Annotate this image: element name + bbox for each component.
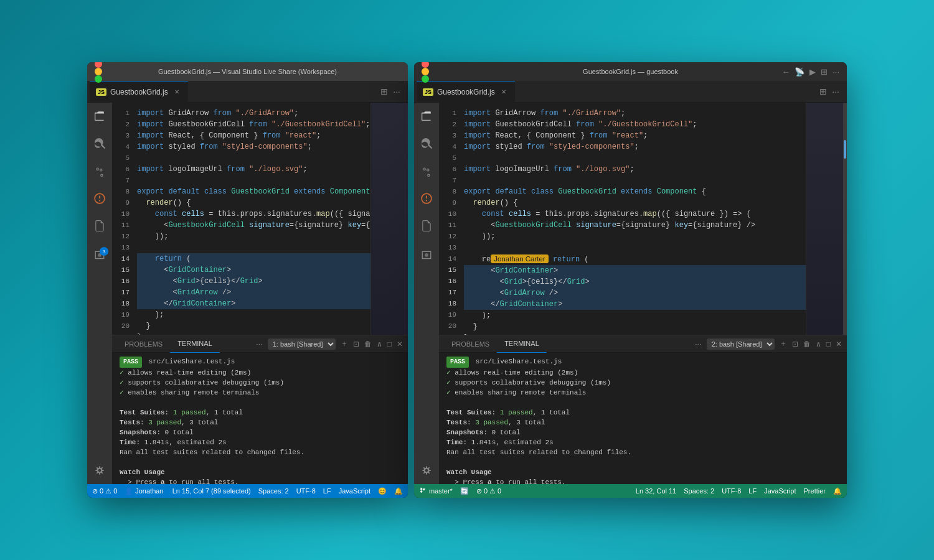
extensions-icon[interactable]: [91, 217, 108, 235]
settings-icon[interactable]: [91, 462, 108, 479]
right-panel-add[interactable]: ＋: [780, 338, 787, 349]
right-code-lines: import GridArrow from "./GridArrow"; imp…: [461, 103, 806, 335]
right-explorer-icon[interactable]: [418, 108, 435, 125]
right-language[interactable]: JavaScript: [764, 487, 796, 495]
left-code-area[interactable]: 1 2 3 4 5 6 7 8 9 10 11 12 13 14: [112, 103, 408, 335]
right-test-2-label: supports collaborative debugging (1ms): [455, 379, 611, 386]
right-panel-split[interactable]: ⊡: [792, 340, 798, 348]
right-code-area[interactable]: 1 2 3 4 5 6 7 8 9 10 11 12 13 14: [439, 103, 847, 335]
right-encoding[interactable]: UTF-8: [722, 487, 741, 495]
explorer-icon[interactable]: [91, 108, 108, 125]
source-control-icon[interactable]: [91, 162, 108, 180]
right-more-icon[interactable]: ···: [833, 67, 839, 77]
left-watch-usage-label: Watch Usage: [120, 469, 165, 476]
right-terminal-select[interactable]: 2: bash [Shared]: [707, 338, 775, 350]
right-panel-ellipsis[interactable]: ···: [695, 339, 702, 348]
left-editor-tab[interactable]: JS GuestbookGrid.js ✕: [90, 81, 188, 103]
right-sync-icon[interactable]: 🔄: [460, 487, 469, 495]
right-git-branch[interactable]: master*: [419, 487, 453, 495]
code-line-14: return (: [137, 253, 370, 264]
right-spaces[interactable]: Spaces: 2: [684, 487, 714, 495]
left-editor-content: 1 2 3 4 5 6 7 8 9 10 11 12 13 14: [112, 103, 408, 484]
right-more-tab-icon[interactable]: ···: [832, 86, 839, 96]
right-error-count[interactable]: ⊘ 0 ⚠ 0: [476, 487, 501, 495]
left-terminal-tab[interactable]: TERMINAL: [170, 335, 220, 353]
right-source-control-icon[interactable]: [418, 162, 435, 180]
right-code-line-21: }: [464, 332, 806, 335]
right-problems-tab[interactable]: PROBLEMS: [444, 335, 497, 353]
right-window: GuestbookGrid.js — guestbook ← 📡 ▶ ⊞ ···…: [414, 62, 847, 498]
left-panel-add[interactable]: ＋: [341, 338, 348, 349]
left-bell[interactable]: 🔔: [394, 487, 403, 495]
right-error-num: 0: [484, 487, 488, 495]
split-icon[interactable]: ⊞: [380, 86, 388, 96]
close-button-right[interactable]: [422, 62, 429, 68]
right-liveshare-icon[interactable]: [418, 247, 435, 264]
left-panel-split[interactable]: ⊡: [353, 340, 359, 348]
left-panel-close[interactable]: ✕: [397, 340, 403, 348]
right-line-numbers: 1 2 3 4 5 6 7 8 9 10 11 12 13 14: [439, 103, 461, 335]
right-play-icon[interactable]: ▶: [809, 67, 816, 77]
left-panel-expand[interactable]: □: [387, 340, 392, 348]
minimize-button-right[interactable]: [422, 68, 429, 75]
left-panel-up[interactable]: ∧: [377, 340, 382, 348]
left-terminal-content[interactable]: PASS src/LiveShare.test.js ✓ allows real…: [112, 353, 408, 484]
right-tab-close[interactable]: ✕: [499, 88, 509, 95]
more-icon[interactable]: ···: [393, 86, 400, 96]
right-watch-usage: Watch Usage: [446, 467, 839, 477]
left-terminal-select[interactable]: 1: bash [Shared]: [268, 338, 336, 350]
right-code-line-15: <GridContainer>: [464, 265, 806, 276]
right-code-line-8: export default class GuestbookGrid exten…: [464, 186, 806, 197]
right-panel-expand[interactable]: □: [826, 340, 831, 348]
left-user-icon: 👤: [125, 487, 133, 495]
right-broadcast-icon[interactable]: 📡: [795, 67, 804, 77]
right-panel-up[interactable]: ∧: [816, 340, 821, 348]
left-eol[interactable]: LF: [323, 487, 331, 495]
left-tab-close[interactable]: ✕: [172, 88, 182, 95]
maximize-button-right[interactable]: [422, 75, 429, 83]
right-debug-icon[interactable]: [418, 190, 435, 207]
right-activity-bar: [414, 103, 439, 484]
right-editor-tab[interactable]: JS GuestbookGrid.js ✕: [417, 81, 515, 103]
right-terminal-tab[interactable]: TERMINAL: [497, 335, 547, 353]
right-search-icon[interactable]: [418, 135, 435, 152]
left-language[interactable]: JavaScript: [339, 487, 370, 495]
right-editor-content: 1 2 3 4 5 6 7 8 9 10 11 12 13 14: [439, 103, 847, 484]
debug-icon[interactable]: [91, 190, 108, 207]
code-line-8: export default class GuestbookGrid exten…: [137, 186, 370, 197]
right-bell[interactable]: 🔔: [833, 487, 842, 495]
right-panel-trash[interactable]: 🗑: [803, 340, 811, 348]
left-emoji: 😊: [378, 487, 387, 495]
right-prettier[interactable]: Prettier: [804, 487, 826, 495]
left-panel-trash[interactable]: 🗑: [364, 340, 372, 348]
close-button-left[interactable]: [95, 62, 102, 68]
search-icon[interactable]: [91, 135, 108, 152]
right-layout-icon[interactable]: ⊞: [821, 67, 828, 77]
left-encoding[interactable]: UTF-8: [296, 487, 316, 495]
left-problems-tab[interactable]: PROBLEMS: [117, 335, 170, 353]
right-split-icon[interactable]: ⊞: [819, 86, 827, 96]
right-branch-name: master*: [429, 487, 453, 495]
minimize-button-left[interactable]: [95, 68, 102, 75]
right-code-line-2: import GuestbookGridCell from "./Guestbo…: [464, 119, 806, 130]
left-position[interactable]: Ln 15, Col 7 (89 selected): [172, 487, 251, 495]
left-user-status[interactable]: 👤 Jonathan: [125, 487, 163, 495]
right-position[interactable]: Ln 32, Col 11: [636, 487, 676, 495]
maximize-button-left[interactable]: [95, 75, 102, 83]
code-line-7: [137, 175, 370, 186]
right-back-icon[interactable]: ←: [781, 67, 790, 77]
right-extensions-icon[interactable]: [418, 217, 435, 235]
left-spaces[interactable]: Spaces: 2: [258, 487, 289, 495]
right-settings-icon[interactable]: [418, 462, 435, 479]
left-pass-line: PASS src/LiveShare.test.js: [120, 357, 400, 368]
left-minimap: [370, 103, 408, 335]
right-code-line-3: import React, { Component } from "react"…: [464, 130, 806, 141]
right-terminal-content[interactable]: PASS src/LiveShare.test.js ✓ allows real…: [439, 353, 847, 484]
left-panel-ellipsis[interactable]: ···: [256, 339, 263, 348]
left-error-count[interactable]: ⊘ 0 ⚠ 0: [92, 487, 117, 495]
right-scrollbar[interactable]: [843, 103, 847, 335]
right-eol[interactable]: LF: [748, 487, 757, 495]
right-panel-close[interactable]: ✕: [836, 340, 842, 348]
liveshare-icon[interactable]: 3: [91, 247, 108, 264]
left-problems-label: PROBLEMS: [125, 340, 163, 348]
